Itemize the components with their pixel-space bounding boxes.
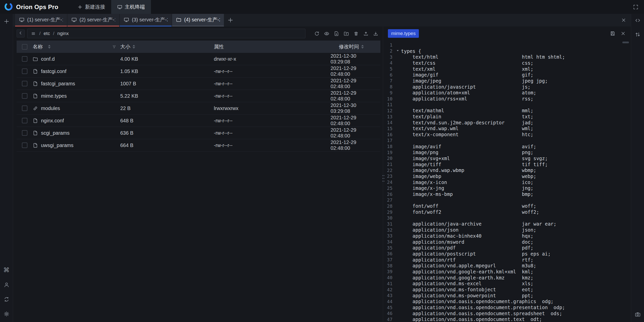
code-text: application/rtf rtf; xyxy=(401,257,533,263)
new-session-button[interactable] xyxy=(3,17,11,25)
sort-toggle-button[interactable] xyxy=(634,30,642,39)
close-all-button[interactable] xyxy=(621,17,626,23)
select-all-checkbox[interactable] xyxy=(22,44,27,50)
download-button[interactable] xyxy=(373,31,378,36)
code-editor[interactable]: 1 2types {3 text/html html htm shtml;4 t… xyxy=(384,41,631,322)
code-text xyxy=(401,42,404,48)
file-row[interactable]: fastcgi_params1007 B-rw-r--r--2021-12-29… xyxy=(17,78,380,90)
sync-button[interactable] xyxy=(3,295,11,303)
file-name[interactable]: mime.types xyxy=(41,93,67,99)
header-menu: 新建连接 主机终端 xyxy=(71,0,151,14)
code-line: 37 application/rtf rtf; xyxy=(384,257,631,263)
folder-icon xyxy=(176,17,181,22)
file-name[interactable]: uwsgi_params xyxy=(41,142,73,148)
file-row[interactable]: fastcgi.conf1.05 KB-rw-r--r--2021-12-29 … xyxy=(17,65,380,78)
sort-carets-icon[interactable] xyxy=(361,45,364,49)
save-button[interactable] xyxy=(610,31,615,36)
list-icon[interactable] xyxy=(31,31,36,36)
file-row[interactable]: modules22 Blrwxrwxrwx2021-12-30 03:29:08 xyxy=(17,102,380,115)
line-number: 15 xyxy=(384,126,394,131)
user-button[interactable] xyxy=(3,281,11,289)
file-name[interactable]: fastcgi_params xyxy=(41,81,75,87)
menu-new-connection[interactable]: 新建连接 xyxy=(71,0,111,14)
file-mtime: 2021-12-29 02:48:00 xyxy=(331,115,380,126)
row-checkbox[interactable] xyxy=(22,118,27,123)
row-checkbox[interactable] xyxy=(22,142,27,148)
row-checkbox[interactable] xyxy=(22,68,27,74)
panel-resizer[interactable] xyxy=(382,26,384,322)
breadcrumb-segment[interactable]: nginx xyxy=(57,31,69,36)
left-rail-bottom: ⌘ xyxy=(3,266,11,318)
settings-button[interactable] xyxy=(3,310,11,318)
editor-view-button[interactable] xyxy=(634,16,642,24)
file-row[interactable]: mime.types5.22 KB-rw-r--r--2021-12-29 02… xyxy=(17,90,380,102)
code-text: font/woff2 woff2; xyxy=(401,209,539,215)
line-number: 18 xyxy=(384,144,394,149)
row-checkbox[interactable] xyxy=(22,56,27,62)
file-icon xyxy=(33,81,38,86)
file-name[interactable]: scgi_params xyxy=(41,130,69,136)
upload-icon xyxy=(363,31,369,36)
close-editor-button[interactable] xyxy=(620,31,626,36)
session-tab[interactable]: (2) server-生产-1 xyxy=(67,14,119,26)
tab-label: (2) server-生产-1 xyxy=(79,16,115,23)
breadcrumb-segment[interactable]: etc xyxy=(44,31,50,36)
back-button[interactable] xyxy=(17,29,25,38)
fold-toggle-icon[interactable] xyxy=(396,49,399,53)
sort-carets-icon[interactable] xyxy=(48,45,51,49)
row-checkbox[interactable] xyxy=(22,105,27,111)
code-line: 19 image/png png; xyxy=(384,149,631,155)
file-name[interactable]: conf.d xyxy=(41,56,55,62)
editor-scrollbar-thumb[interactable] xyxy=(622,42,629,43)
column-header-name[interactable]: 名称 xyxy=(33,43,120,50)
line-number: 19 xyxy=(384,150,394,155)
code-text: application/vnd.oasis.opendocument.graph… xyxy=(401,299,553,304)
sort-carets-icon[interactable] xyxy=(133,45,135,49)
refresh-button[interactable] xyxy=(314,31,319,36)
file-row[interactable]: scgi_params636 B-rw-r--r--2021-12-29 02:… xyxy=(17,127,380,139)
code-text: application/vnd.ms-powerpoint ppt; xyxy=(401,293,533,298)
filter-icon[interactable] xyxy=(112,45,116,49)
file-row[interactable]: uwsgi_params664 B-rw-r--r--2021-12-29 02… xyxy=(17,139,380,152)
refresh-icon xyxy=(314,31,319,36)
code-text: font/woff woff; xyxy=(401,203,536,209)
path-breadcrumb[interactable]: /etc/nginx xyxy=(27,29,305,38)
line-number: 20 xyxy=(384,156,394,161)
code-line: 45 application/vnd.oasis.opendocument.pr… xyxy=(384,304,631,310)
new-folder-button[interactable] xyxy=(344,31,349,36)
file-name[interactable]: modules xyxy=(41,105,60,111)
code-text: image/vnd.wap.wbmp wbmp; xyxy=(401,167,536,173)
screenshot-button[interactable] xyxy=(634,310,642,318)
delete-button[interactable] xyxy=(353,31,359,36)
line-number: 25 xyxy=(384,186,394,191)
file-icon xyxy=(33,143,38,148)
column-header-mtime[interactable]: 修改时间 xyxy=(331,43,380,50)
editor-file-tab[interactable]: mime.types xyxy=(388,29,419,38)
session-tab[interactable]: (1) server-生产-1 xyxy=(15,14,67,26)
file-name[interactable]: nginx.conf xyxy=(41,118,64,124)
code-line: 31 application/java-archive jar war ear; xyxy=(384,221,631,227)
row-checkbox[interactable] xyxy=(22,130,27,136)
upload-button[interactable] xyxy=(363,31,369,36)
session-tab[interactable]: (3) server-生产-2 xyxy=(120,14,172,26)
toggle-hidden-files-button[interactable] xyxy=(324,31,329,36)
shortcuts-button[interactable]: ⌘ xyxy=(3,266,11,274)
row-checkbox[interactable] xyxy=(22,81,27,86)
row-checkbox[interactable] xyxy=(22,93,27,99)
menu-host-terminal[interactable]: 主机终端 xyxy=(111,0,151,14)
fullscreen-button[interactable] xyxy=(633,4,638,10)
code-text: application/java-archive jar war ear; xyxy=(401,221,556,227)
file-icon xyxy=(33,130,38,136)
app-window: Orion Ops Pro 新建连接 主机终端 ⌘ (1) se xyxy=(0,0,644,322)
add-tab-button[interactable] xyxy=(224,14,236,26)
line-number: 11 xyxy=(384,102,394,107)
column-label: 属性 xyxy=(214,43,224,50)
session-tab[interactable]: (4) server-生产-2 xyxy=(172,14,224,26)
new-file-button[interactable] xyxy=(334,31,339,36)
plus-icon xyxy=(4,18,10,24)
file-row[interactable]: nginx.conf648 B-rw-r--r--2021-12-29 02:4… xyxy=(17,115,380,127)
file-attr: -rw-r--r-- xyxy=(214,118,331,124)
column-header-size[interactable]: 大小 xyxy=(120,43,214,50)
file-row[interactable]: conf.d4.00 KBdrwxr-xr-x2021-12-30 03:29:… xyxy=(17,53,380,65)
file-name[interactable]: fastcgi.conf xyxy=(41,68,66,74)
